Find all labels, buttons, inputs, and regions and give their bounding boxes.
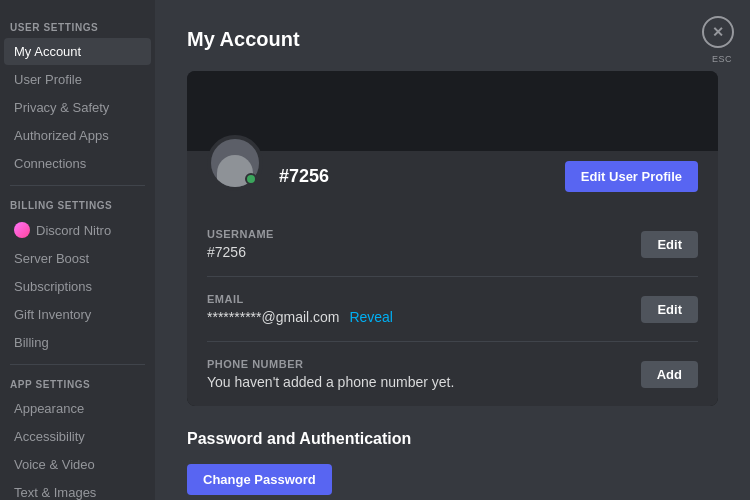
sidebar-item-authorized-apps[interactable]: Authorized Apps — [4, 122, 151, 149]
my-account-label: My Account — [14, 44, 81, 59]
user-settings-label: USER SETTINGS — [0, 16, 155, 37]
username-field: USERNAME #7256 — [207, 228, 274, 260]
discord-nitro-label: Discord Nitro — [36, 223, 111, 238]
text-images-label: Text & Images — [14, 485, 96, 500]
change-password-button[interactable]: Change Password — [187, 464, 332, 495]
username-value: #7256 — [207, 244, 274, 260]
username-row: USERNAME #7256 Edit — [207, 212, 698, 277]
voice-video-label: Voice & Video — [14, 457, 95, 472]
phone-field: PHONE NUMBER You haven't added a phone n… — [207, 358, 454, 390]
phone-value: You haven't added a phone number yet. — [207, 374, 454, 390]
status-dot — [245, 173, 257, 185]
email-field: EMAIL **********@gmail.com Reveal — [207, 293, 393, 325]
main-content: My Account #7256 Edit User Profile USERN… — [155, 0, 750, 500]
privacy-safety-label: Privacy & Safety — [14, 100, 109, 115]
connections-label: Connections — [14, 156, 86, 171]
sidebar-item-my-account[interactable]: My Account — [4, 38, 151, 65]
sidebar-item-text-images[interactable]: Text & Images — [4, 479, 151, 500]
email-label: EMAIL — [207, 293, 393, 305]
password-section-title: Password and Authentication — [187, 430, 718, 448]
profile-username: #7256 — [279, 166, 549, 187]
billing-settings-label: BILLING SETTINGS — [0, 194, 155, 215]
sidebar-item-connections[interactable]: Connections — [4, 150, 151, 177]
phone-add-button[interactable]: Add — [641, 361, 698, 388]
edit-profile-button[interactable]: Edit User Profile — [565, 161, 698, 192]
sidebar-divider-2 — [10, 364, 145, 365]
sidebar-item-server-boost[interactable]: Server Boost — [4, 245, 151, 272]
avatar — [207, 135, 263, 191]
sidebar-item-discord-nitro[interactable]: Discord Nitro — [4, 216, 151, 244]
gift-inventory-label: Gift Inventory — [14, 307, 91, 322]
phone-row: PHONE NUMBER You haven't added a phone n… — [207, 342, 698, 406]
sidebar-item-billing[interactable]: Billing — [4, 329, 151, 356]
accessibility-label: Accessibility — [14, 429, 85, 444]
sidebar: USER SETTINGS My Account User Profile Pr… — [0, 0, 155, 500]
email-row: EMAIL **********@gmail.com Reveal Edit — [207, 277, 698, 342]
sidebar-item-user-profile[interactable]: User Profile — [4, 66, 151, 93]
sidebar-item-gift-inventory[interactable]: Gift Inventory — [4, 301, 151, 328]
phone-label: PHONE NUMBER — [207, 358, 454, 370]
sidebar-item-accessibility[interactable]: Accessibility — [4, 423, 151, 450]
close-button[interactable]: ✕ — [702, 16, 734, 48]
nitro-icon — [14, 222, 30, 238]
username-label: USERNAME — [207, 228, 274, 240]
reveal-link[interactable]: Reveal — [349, 309, 393, 325]
appearance-label: Appearance — [14, 401, 84, 416]
esc-label: ESC — [712, 54, 732, 64]
app-settings-label: APP SETTINGS — [0, 373, 155, 394]
profile-card: #7256 Edit User Profile USERNAME #7256 E… — [187, 71, 718, 406]
password-section: Password and Authentication Change Passw… — [187, 430, 718, 495]
sidebar-item-subscriptions[interactable]: Subscriptions — [4, 273, 151, 300]
sidebar-item-voice-video[interactable]: Voice & Video — [4, 451, 151, 478]
sidebar-item-privacy-safety[interactable]: Privacy & Safety — [4, 94, 151, 121]
email-edit-button[interactable]: Edit — [641, 296, 698, 323]
info-section: USERNAME #7256 Edit EMAIL **********@gma… — [187, 212, 718, 406]
profile-banner — [187, 71, 718, 151]
profile-info: #7256 Edit User Profile — [187, 151, 718, 212]
username-edit-button[interactable]: Edit — [641, 231, 698, 258]
server-boost-label: Server Boost — [14, 251, 89, 266]
billing-label: Billing — [14, 335, 49, 350]
authorized-apps-label: Authorized Apps — [14, 128, 109, 143]
page-title: My Account — [187, 28, 718, 51]
sidebar-item-appearance[interactable]: Appearance — [4, 395, 151, 422]
sidebar-divider-1 — [10, 185, 145, 186]
email-value: **********@gmail.com Reveal — [207, 309, 393, 325]
user-profile-label: User Profile — [14, 72, 82, 87]
subscriptions-label: Subscriptions — [14, 279, 92, 294]
